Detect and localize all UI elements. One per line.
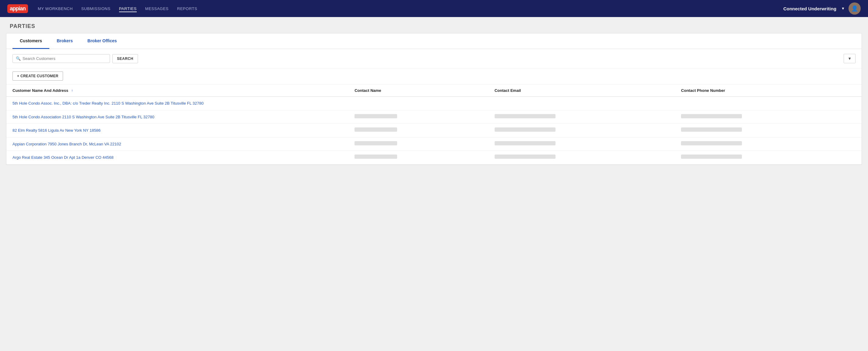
customer-name-link[interactable]: 82 Elm Realty 5816 Ligula Av New York NY… (12, 128, 100, 133)
contact_email-cell (489, 137, 675, 151)
table-row: 5th Hole Condo Association 2110 S Washin… (6, 110, 862, 124)
customer-name-link[interactable]: 5th Hole Condo Assoc. Inc., DBA: c/o Tre… (12, 101, 204, 106)
nav-my-workbench[interactable]: MY WORKBENCH (38, 5, 73, 12)
contact_email-cell (489, 151, 675, 165)
nav-submissions[interactable]: SUBMISSIONS (81, 5, 111, 12)
contact_phone-cell (675, 110, 862, 124)
tabs: Customers Brokers Broker Offices (6, 33, 862, 49)
col-header-contact-email: Contact Email (489, 84, 675, 97)
contact_name-blurred (354, 128, 397, 132)
customer-name-cell: 5th Hole Condo Assoc. Inc., DBA: c/o Tre… (6, 97, 348, 110)
contact_phone-cell (675, 124, 862, 138)
customer-name-link[interactable]: Appian Corporation 7950 Jones Branch Dr,… (12, 142, 121, 146)
user-avatar[interactable]: 👤 (848, 2, 861, 14)
navbar: appian MY WORKBENCH SUBMISSIONS PARTIES … (0, 0, 868, 17)
contact_email-blurred (495, 128, 556, 132)
search-icon: 🔍 (16, 56, 21, 61)
contact_name-blurred (354, 141, 397, 145)
col-header-name[interactable]: Customer Name And Address ↑ (6, 84, 348, 97)
table-row: 5th Hole Condo Assoc. Inc., DBA: c/o Tre… (6, 97, 862, 110)
page-header: PARTIES (0, 17, 868, 33)
table-row: Argo Real Estate 345 Ocean Dr Apt 1a Den… (6, 151, 862, 165)
contact_name-blurred (354, 114, 397, 118)
tab-brokers[interactable]: Brokers (49, 33, 80, 49)
customers-table-container: Customer Name And Address ↑ Contact Name… (6, 84, 862, 165)
search-button[interactable]: SEARCH (113, 54, 138, 63)
filter-button[interactable]: ▼ (844, 54, 856, 63)
contact_phone-blurred (681, 128, 742, 132)
create-customer-button[interactable]: + CREATE CUSTOMER (12, 71, 63, 81)
org-name[interactable]: Connected Underwriting (783, 6, 836, 11)
contact_name-cell (348, 151, 488, 165)
contact_phone-blurred (681, 114, 742, 118)
contact_email-blurred (495, 141, 556, 145)
customer-name-cell: 82 Elm Realty 5816 Ligula Av New York NY… (6, 124, 348, 138)
contact_phone-cell (675, 151, 862, 165)
contact_name-cell (348, 97, 488, 110)
filter-section: ▼ (844, 54, 856, 63)
org-dropdown-arrow[interactable]: ▼ (841, 6, 845, 11)
col-header-contact-phone: Contact Phone Number (675, 84, 862, 97)
contact_name-cell (348, 124, 488, 138)
table-row: Appian Corporation 7950 Jones Branch Dr,… (6, 137, 862, 151)
actions-section: + CREATE CUSTOMER (6, 68, 862, 84)
customer-name-cell: Appian Corporation 7950 Jones Branch Dr,… (6, 137, 348, 151)
contact_phone-blurred (681, 154, 742, 159)
nav-links: MY WORKBENCH SUBMISSIONS PARTIES MESSAGE… (38, 5, 197, 12)
customer-name-link[interactable]: 5th Hole Condo Association 2110 S Washin… (12, 115, 154, 119)
contact_name-cell (348, 137, 488, 151)
contact_phone-cell (675, 97, 862, 110)
main-content: Customers Brokers Broker Offices 🔍 SEARC… (6, 33, 862, 165)
contact_email-blurred (495, 154, 556, 159)
filter-icon: ▼ (847, 56, 851, 61)
table-row: 82 Elm Realty 5816 Ligula Av New York NY… (6, 124, 862, 138)
navbar-left: appian MY WORKBENCH SUBMISSIONS PARTIES … (7, 4, 197, 13)
contact_phone-blurred (681, 141, 742, 145)
contact_name-blurred (354, 154, 397, 159)
customer-name-cell: 5th Hole Condo Association 2110 S Washin… (6, 110, 348, 124)
contact_phone-cell (675, 137, 862, 151)
contact_email-cell (489, 97, 675, 110)
tab-broker-offices[interactable]: Broker Offices (80, 33, 124, 49)
contact_email-cell (489, 124, 675, 138)
nav-parties[interactable]: PARTIES (119, 5, 137, 12)
appian-logo: appian (7, 4, 28, 13)
nav-messages[interactable]: MESSAGES (145, 5, 169, 12)
search-input-wrapper: 🔍 (12, 54, 110, 63)
navbar-right: Connected Underwriting ▼ 👤 (783, 2, 861, 14)
search-input[interactable] (23, 56, 106, 61)
contact_name-cell (348, 110, 488, 124)
customer-name-cell: Argo Real Estate 345 Ocean Dr Apt 1a Den… (6, 151, 348, 165)
nav-reports[interactable]: REPORTS (177, 5, 197, 12)
contact_email-cell (489, 110, 675, 124)
page-title: PARTIES (10, 23, 858, 30)
sort-icon: ↑ (71, 89, 73, 93)
table-header-row: Customer Name And Address ↑ Contact Name… (6, 84, 862, 97)
tab-customers[interactable]: Customers (12, 33, 49, 49)
customer-name-link[interactable]: Argo Real Estate 345 Ocean Dr Apt 1a Den… (12, 155, 114, 160)
search-section: 🔍 SEARCH ▼ (6, 49, 862, 68)
customers-table: Customer Name And Address ↑ Contact Name… (6, 84, 862, 165)
contact_email-blurred (495, 114, 556, 118)
search-left: 🔍 SEARCH (12, 54, 138, 63)
col-header-contact-name: Contact Name (348, 84, 488, 97)
